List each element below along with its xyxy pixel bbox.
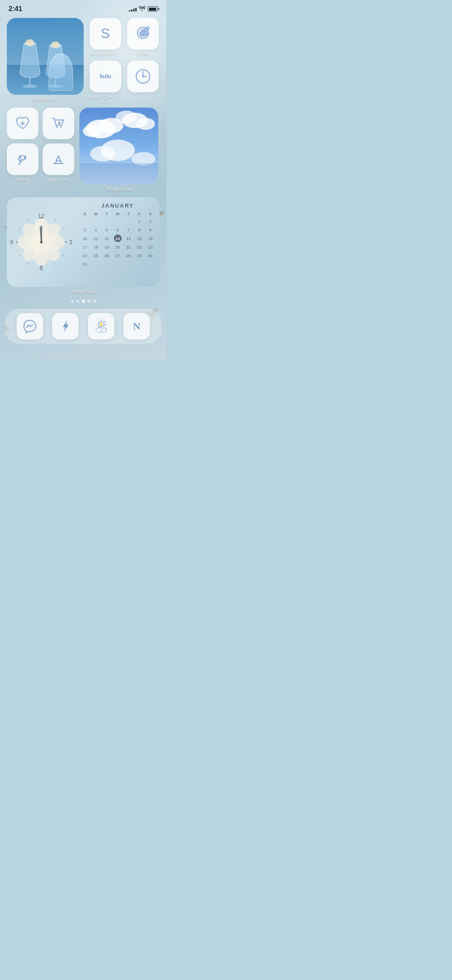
svg-point-7 (48, 85, 63, 88)
left-app-grid: Setting A App Store (7, 108, 74, 182)
page-dot-5[interactable] (93, 300, 96, 303)
svg-point-56 (27, 263, 28, 265)
wifi-icon (139, 6, 146, 12)
calendar-day[interactable]: 26 (103, 252, 111, 259)
calendar-header: W (113, 211, 123, 216)
calendar-day[interactable]: 13 (114, 234, 122, 242)
svg-point-53 (62, 228, 64, 229)
battery-icon (148, 6, 158, 12)
page-dot-3[interactable] (82, 300, 85, 303)
calendar-day[interactable]: 8 (136, 226, 143, 234)
widgetclub-sky-widget[interactable]: WidgetClub (79, 108, 158, 191)
widgetclub-sky-label: WidgetClub (79, 186, 158, 191)
hulu-label: Hulu / フールー. (90, 94, 121, 100)
calendar-day[interactable]: 5 (103, 226, 111, 234)
calendar-header: F (134, 211, 145, 216)
calendar-day[interactable]: 25 (92, 252, 99, 259)
svg-point-52 (54, 220, 55, 221)
page-dot-4[interactable] (87, 300, 90, 303)
calendar-day[interactable]: 27 (114, 252, 122, 259)
calendar-day[interactable]: 21 (125, 243, 132, 251)
calendar-day[interactable]: 15 (136, 234, 143, 242)
svg-point-36 (90, 146, 116, 161)
appstore-app[interactable]: A App Store (43, 143, 74, 182)
calendar-day[interactable]: 11 (92, 234, 99, 242)
svg-line-25 (19, 161, 21, 164)
svg-point-50 (16, 241, 18, 243)
calendar-day[interactable]: 2 (146, 217, 154, 225)
calendar-day[interactable]: 18 (92, 243, 99, 251)
clock-app[interactable] (126, 61, 160, 100)
widgetclub-calendar-widget[interactable]: 12 3 6 9 JANUARY SMTWTFS1234567891011121… (7, 197, 160, 294)
calendar-day[interactable]: 19 (103, 243, 111, 251)
svg-point-4 (22, 85, 38, 88)
svg-point-57 (19, 255, 20, 257)
calendar-day[interactable]: 14 (125, 234, 132, 242)
svg-point-17 (142, 76, 144, 77)
svg-point-24 (20, 155, 25, 160)
calendar-day[interactable]: 23 (146, 243, 154, 251)
clock-section: 12 3 6 9 (7, 197, 76, 287)
calendar-header: T (123, 211, 134, 216)
svg-point-62 (40, 241, 43, 243)
page-dot-1[interactable] (71, 300, 74, 303)
dock: N (5, 309, 161, 344)
status-icons (129, 6, 158, 12)
svg-point-21 (60, 126, 62, 128)
status-bar: 2:41 (0, 0, 166, 15)
home-content: WidgetClub S Skype for iPhon (0, 15, 166, 303)
calendar-day[interactable]: 4 (92, 226, 99, 234)
calendar-header: M (91, 211, 101, 216)
clock-3: 3 (69, 239, 73, 246)
clock-6: 6 (40, 265, 43, 272)
calendar-day[interactable]: 29 (136, 252, 143, 259)
row3: 12 3 6 9 JANUARY SMTWTFS1234567891011121… (7, 197, 160, 294)
calendar-day[interactable]: 22 (136, 243, 143, 251)
right-app-grid: S Skype for iPhon Weibo (89, 18, 160, 100)
page-dot-2[interactable] (76, 300, 79, 303)
svg-rect-38 (79, 163, 158, 184)
bolt-dock-icon[interactable] (52, 313, 79, 339)
skype-app[interactable]: S Skype for iPhon (89, 18, 122, 56)
calendar-day[interactable]: 6 (114, 226, 122, 234)
calendar-day[interactable]: 20 (114, 243, 122, 251)
calendar-day[interactable]: 16 (146, 234, 154, 242)
skype-label: Skype for iPhon (90, 51, 121, 56)
calendar-day[interactable]: 31 (81, 260, 89, 268)
widgetclub-calendar-label: WidgetClub (7, 289, 160, 294)
messenger-dock-icon[interactable] (17, 313, 43, 339)
weather-dock-icon[interactable] (88, 313, 114, 339)
calendar-day[interactable]: 30 (146, 252, 154, 259)
calendar-day[interactable]: 28 (125, 252, 132, 259)
calendar-day[interactable]: 9 (146, 226, 154, 234)
widgetclub-large-label: WidgetClub (7, 97, 84, 102)
svg-point-55 (54, 263, 55, 265)
calendar-day[interactable]: 17 (81, 243, 89, 251)
calendar-day[interactable]: 12 (103, 234, 111, 242)
hulu-app[interactable]: hulu Hulu / フールー. (89, 61, 122, 100)
page-dots (7, 300, 160, 303)
clock-9: 9 (10, 239, 14, 246)
calendar-section: JANUARY SMTWTFS1234567891011121314151617… (76, 197, 160, 287)
health-app[interactable] (7, 108, 38, 139)
calendar-day[interactable]: 7 (125, 226, 132, 234)
widgetclub-large-widget[interactable]: WidgetClub (7, 18, 84, 102)
settings-label: Setting (15, 177, 30, 182)
svg-point-59 (27, 220, 28, 221)
svg-point-31 (83, 125, 102, 137)
row1: WidgetClub S Skype for iPhon (7, 18, 160, 102)
calendar-day[interactable]: 1 (136, 217, 143, 225)
svg-point-51 (65, 241, 67, 243)
svg-text:A: A (55, 153, 62, 166)
svg-point-54 (62, 255, 64, 257)
notion-dock-icon[interactable]: N (123, 313, 150, 339)
calendar-day[interactable]: 24 (81, 252, 89, 259)
settings-app[interactable]: Setting (7, 143, 38, 182)
cart-app[interactable] (43, 108, 74, 139)
calendar-header: S (80, 211, 90, 216)
calendar-day[interactable]: 10 (81, 234, 89, 242)
calendar-month: JANUARY (80, 202, 155, 209)
status-time: 2:41 (9, 5, 22, 13)
calendar-day[interactable]: 3 (81, 226, 89, 234)
weibo-app[interactable]: Weibo (126, 18, 160, 56)
